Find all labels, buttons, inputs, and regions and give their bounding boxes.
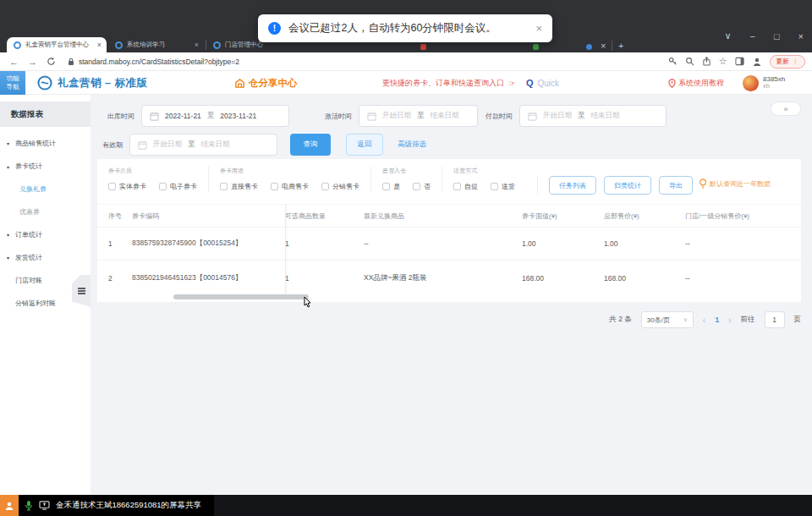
sidebar-item-order-stats[interactable]: ▾ 订单统计: [0, 223, 91, 246]
checkbox-no[interactable]: 否: [413, 182, 431, 191]
classify-stats-button[interactable]: 归类统计: [604, 176, 651, 195]
checkbox-icon[interactable]: [491, 183, 498, 190]
horizontal-scrollbar[interactable]: [173, 294, 309, 299]
warehouse-share-center-link[interactable]: 仓分享中心: [234, 71, 298, 95]
validity-label: 有效期: [102, 140, 123, 150]
profile-icon[interactable]: [752, 57, 762, 67]
url-area[interactable]: standard.maboy.cn/CardStatisticsDetail?o…: [68, 58, 239, 66]
sidebar-item-redeem-coupon[interactable]: 兑换礼券: [0, 178, 91, 200]
checkbox-icon[interactable]: [271, 183, 278, 190]
panel-collapse-button[interactable]: »: [771, 102, 801, 116]
checkbox-ecommerce-sale[interactable]: 电商售卡: [271, 182, 309, 191]
page-size-select[interactable]: 30条/页 ∨: [641, 311, 694, 328]
user-account[interactable]: 8385xh xh: [743, 71, 785, 95]
results-card: 券卡介质 实体券卡 电子券卡 券卡用途 直接售卡 电商售卡 分销售卡 是否入仓 …: [97, 159, 801, 302]
outbound-date-range-input[interactable]: 2022-11-21 至 2023-11-21: [141, 105, 289, 127]
chrome-update-button[interactable]: 更新 ⋮: [770, 55, 806, 69]
checkbox-icon[interactable]: [108, 183, 116, 190]
reload-icon[interactable]: [47, 57, 56, 66]
filter-group-title: 券卡用途: [220, 167, 359, 175]
table-row[interactable]: 1 8385759328745900【00015254】 1 -- 1.00 1…: [97, 227, 801, 260]
info-icon: !: [268, 22, 281, 35]
tab-gift-marketing[interactable]: 礼盒营销平台管理中心 ×: [7, 37, 107, 52]
quick-entry-text[interactable]: 更快捷的券卡、订单和快递查询入口: [382, 78, 504, 89]
checkbox-icon[interactable]: [321, 183, 329, 190]
tab-close-icon[interactable]: ×: [195, 41, 199, 49]
to-label: 至: [188, 140, 195, 150]
table-header: 序号 券卡编码 可选商品数量 最新兑换商品 券卡面值(¥) 总部售价(¥) 门店…: [97, 204, 801, 227]
task-list-button[interactable]: 任务列表: [549, 176, 596, 195]
start-date-placeholder: 开始日期: [543, 111, 572, 121]
sidebar-item-shipping-stats[interactable]: ▾ 发货统计: [0, 246, 91, 269]
checkbox-icon[interactable]: [453, 183, 461, 190]
tab-close-icon[interactable]: ×: [601, 41, 606, 51]
export-button[interactable]: 导出: [659, 176, 693, 195]
checkbox-label: 电商售卡: [282, 182, 309, 191]
back-icon[interactable]: ←: [9, 57, 19, 67]
participant-icon[interactable]: [0, 495, 19, 516]
quick-search-placeholder[interactable]: Quick: [538, 79, 560, 88]
checkbox-label: 是: [393, 182, 400, 191]
checkbox-icon[interactable]: [220, 183, 228, 190]
checkbox-label: 自提: [464, 182, 478, 191]
function-nav-button[interactable]: 功能 导航: [0, 71, 25, 95]
sidebar-item-product-sales[interactable]: ▾ 商品销售统计: [0, 132, 91, 155]
default-query-tip: 默认查询近一年数据: [699, 178, 771, 189]
screen-share-label: 金禾通技术王斌18662591081的屏幕共享: [56, 500, 201, 511]
sidebar-item-card-stats[interactable]: ▴ 券卡统计: [0, 155, 91, 178]
goto-label: 前往: [741, 315, 755, 325]
calendar-icon: [138, 140, 147, 150]
bookmark-star-icon[interactable]: ☆: [719, 56, 727, 67]
outbound-time-label: 出库时间: [107, 112, 134, 121]
system-tutorial-link[interactable]: 系统使用教程: [668, 71, 724, 95]
checkbox-electronic-card[interactable]: 电子券卡: [159, 182, 197, 191]
tab-separator: [612, 41, 612, 51]
next-page-icon[interactable]: ›: [728, 316, 731, 325]
table-row[interactable]: 2 8385021946451623【00014576】 1 XX品牌~果酒 2…: [97, 260, 801, 295]
pay-date-range-input[interactable]: 开始日期 至 结束日期: [519, 105, 667, 127]
checkbox-icon[interactable]: [382, 183, 390, 190]
cell-index: 2: [108, 274, 132, 283]
forward-icon[interactable]: →: [28, 57, 37, 67]
tab-favicon: [213, 41, 221, 49]
checkbox-yes[interactable]: 是: [382, 182, 400, 191]
microphone-icon[interactable]: [25, 500, 33, 511]
checkbox-icon[interactable]: [159, 183, 167, 190]
zoom-icon[interactable]: [685, 57, 694, 66]
current-page[interactable]: 1: [715, 316, 719, 324]
activate-date-range-input[interactable]: 开始日期 至 结束日期: [359, 105, 478, 127]
advanced-filter-link[interactable]: 高级筛选: [398, 140, 426, 150]
tab-close-icon[interactable]: ×: [97, 41, 102, 49]
query-button[interactable]: 查询: [290, 134, 331, 156]
sidebar-item-discount-coupon[interactable]: 优惠券: [0, 200, 91, 223]
checkbox-physical-card[interactable]: 实体券卡: [108, 182, 146, 191]
new-tab-button[interactable]: +: [618, 41, 623, 51]
col-header-product-count: 可选商品数量: [285, 211, 364, 221]
toast-close-icon[interactable]: ×: [535, 22, 542, 35]
fixed-column-divider: [285, 204, 286, 295]
validity-date-range-input[interactable]: 开始日期 至 结束日期: [129, 134, 277, 156]
goto-page-input[interactable]: [765, 311, 785, 328]
checkbox-delivery[interactable]: 送货: [491, 182, 515, 191]
back-button[interactable]: 返回: [346, 134, 383, 156]
screen-share-pill: 金禾通技术王斌18662591081的屏幕共享: [0, 495, 214, 516]
share-icon[interactable]: [702, 57, 711, 66]
to-label: 至: [578, 111, 585, 121]
prev-page-icon[interactable]: ‹: [703, 316, 705, 325]
tab-training[interactable]: 系统培训学习 ×: [108, 37, 204, 52]
cell-face-value: 168.00: [522, 274, 604, 283]
more-menu-icon[interactable]: ⋮: [793, 58, 799, 65]
checkbox-direct-sale[interactable]: 直接售卡: [220, 182, 258, 191]
quick-search-q-icon[interactable]: Q: [526, 78, 534, 88]
calendar-icon: [367, 112, 376, 121]
checkbox-icon[interactable]: [413, 183, 420, 190]
address-bar: ← → standard.maboy.cn/CardStatisticsDeta…: [0, 52, 812, 71]
screen-share-icon[interactable]: [39, 501, 50, 510]
checkbox-distribution-sale[interactable]: 分销售卡: [321, 182, 359, 191]
checkbox-self-pickup[interactable]: 自提: [453, 182, 478, 191]
filter-group-title: 是否入仓: [382, 167, 431, 175]
calendar-icon: [528, 112, 537, 121]
filter-group-card-medium: 券卡介质 实体券卡 电子券卡: [108, 167, 208, 191]
key-icon[interactable]: [668, 57, 678, 66]
side-panel-icon[interactable]: [735, 57, 744, 66]
